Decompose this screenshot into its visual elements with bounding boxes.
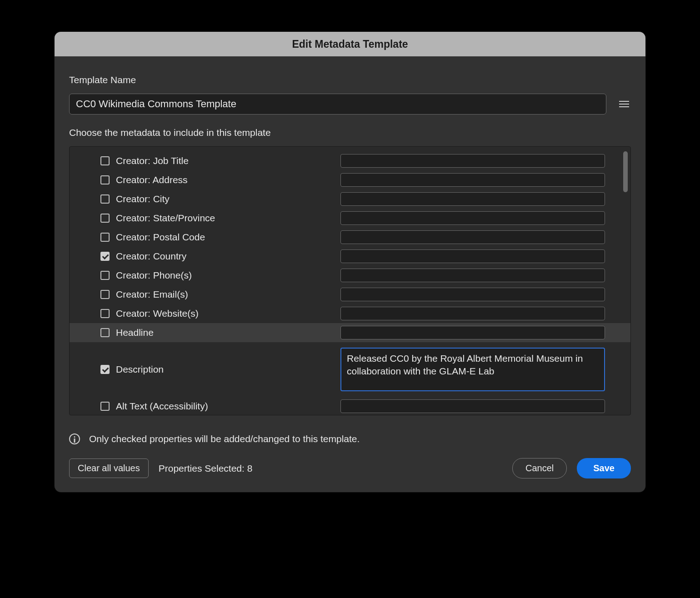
metadata-field-label: Creator: Postal Code [116, 232, 334, 243]
metadata-field-input[interactable] [340, 399, 605, 413]
cancel-button[interactable]: Cancel [512, 458, 567, 478]
edit-metadata-dialog: Edit Metadata Template Template Name Cho… [55, 32, 645, 492]
metadata-field-label: Creator: State/Province [116, 213, 334, 224]
metadata-row: Creator: Job Title [70, 151, 630, 170]
dialog-titlebar: Edit Metadata Template [55, 32, 645, 56]
metadata-row: Creator: State/Province [70, 209, 630, 228]
metadata-panel: Creator: Job TitleCreator: AddressCreato… [69, 146, 631, 415]
metadata-row: Creator: Email(s) [70, 285, 630, 304]
info-text: Only checked properties will be added/ch… [89, 434, 360, 444]
properties-selected-text: Properties Selected: 8 [159, 463, 253, 474]
template-name-label: Template Name [69, 75, 631, 85]
metadata-checkbox[interactable] [100, 365, 110, 374]
template-name-input[interactable] [69, 94, 606, 115]
dialog-title: Edit Metadata Template [292, 38, 408, 50]
metadata-field-input[interactable] [340, 230, 605, 244]
metadata-field-input[interactable] [340, 307, 605, 320]
clear-all-values-button[interactable]: Clear all values [69, 458, 149, 478]
choose-metadata-label: Choose the metadata to include in this t… [69, 127, 631, 138]
metadata-field-input[interactable] [340, 173, 605, 187]
dialog-body: Template Name Choose the metadata to inc… [55, 56, 645, 492]
metadata-row: Headline [70, 323, 630, 342]
metadata-checkbox[interactable] [100, 309, 110, 318]
metadata-field-label: Creator: Address [116, 174, 334, 185]
metadata-field-input[interactable] [340, 192, 605, 206]
metadata-row: Creator: Country [70, 247, 630, 266]
metadata-field-label: Creator: Job Title [116, 155, 334, 166]
metadata-field-label: Alt Text (Accessibility) [116, 401, 334, 412]
metadata-row: Description [70, 342, 630, 397]
metadata-field-label: Creator: Country [116, 251, 334, 262]
metadata-checkbox[interactable] [100, 156, 110, 165]
metadata-field-label: Creator: City [116, 194, 334, 204]
metadata-checkbox[interactable] [100, 194, 110, 204]
metadata-checkbox[interactable] [100, 233, 110, 242]
metadata-row: Creator: Phone(s) [70, 266, 630, 285]
metadata-checkbox[interactable] [100, 290, 110, 299]
metadata-field-input[interactable] [340, 288, 605, 301]
metadata-field-label: Headline [116, 327, 334, 338]
metadata-row: Creator: Postal Code [70, 228, 630, 247]
metadata-row: Alt Text (Accessibility) [70, 397, 630, 415]
hamburger-menu-icon[interactable] [617, 98, 631, 110]
metadata-row: Creator: Website(s) [70, 304, 630, 323]
metadata-row: Creator: Address [70, 170, 630, 189]
dialog-footer: Clear all values Properties Selected: 8 … [69, 458, 631, 478]
info-row: Only checked properties will be added/ch… [69, 434, 631, 444]
metadata-field-label: Creator: Website(s) [116, 308, 334, 319]
metadata-field-input[interactable] [340, 154, 605, 168]
metadata-checkbox[interactable] [100, 175, 110, 184]
metadata-field-input[interactable] [340, 249, 605, 263]
metadata-checkbox[interactable] [100, 214, 110, 223]
info-icon [69, 434, 80, 444]
metadata-checkbox[interactable] [100, 252, 110, 261]
metadata-checkbox[interactable] [100, 402, 110, 411]
metadata-row: Creator: City [70, 189, 630, 209]
metadata-field-input[interactable] [340, 211, 605, 225]
metadata-field-label: Description [116, 364, 334, 375]
metadata-checkbox[interactable] [100, 271, 110, 280]
metadata-field-label: Creator: Phone(s) [116, 270, 334, 281]
template-name-row [69, 94, 631, 115]
scrollbar-thumb[interactable] [623, 151, 628, 192]
metadata-field-input[interactable] [340, 348, 605, 391]
metadata-checkbox[interactable] [100, 328, 110, 337]
metadata-field-label: Creator: Email(s) [116, 289, 334, 300]
metadata-field-input[interactable] [340, 326, 605, 339]
metadata-field-input[interactable] [340, 269, 605, 282]
scrollbar[interactable] [623, 151, 628, 410]
save-button[interactable]: Save [577, 458, 631, 478]
